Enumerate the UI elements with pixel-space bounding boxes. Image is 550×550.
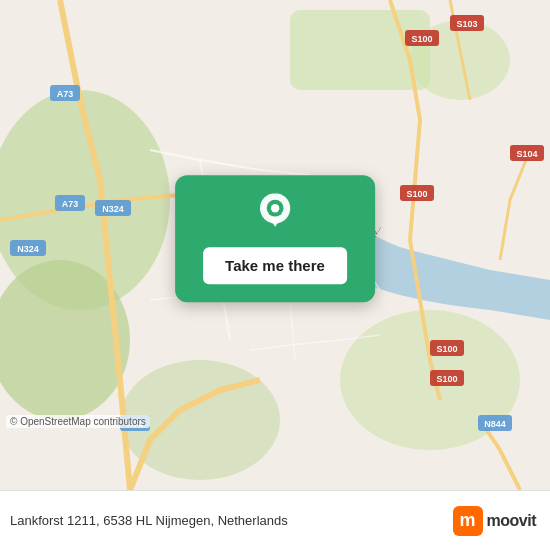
- svg-text:S100: S100: [406, 189, 427, 199]
- svg-text:S103: S103: [456, 19, 477, 29]
- svg-text:A73: A73: [57, 89, 74, 99]
- svg-text:S100: S100: [436, 374, 457, 384]
- osm-attribution: © OpenStreetMap contributors: [6, 415, 150, 428]
- address-text: Lankforst 1211, 6538 HL Nijmegen, Nether…: [10, 513, 453, 528]
- svg-text:N844: N844: [484, 419, 506, 429]
- moovit-logo: m moovit: [453, 506, 536, 536]
- moovit-m-icon: m: [453, 506, 483, 536]
- svg-text:N324: N324: [17, 244, 39, 254]
- location-card: Take me there: [175, 175, 375, 302]
- svg-text:S100: S100: [411, 34, 432, 44]
- location-pin-icon: [254, 193, 296, 235]
- bottom-bar: Lankforst 1211, 6538 HL Nijmegen, Nether…: [0, 490, 550, 550]
- map: A73 A73 A73 N324 N324 S100 S100 S100 S10…: [0, 0, 550, 490]
- svg-text:N324: N324: [102, 204, 124, 214]
- svg-text:S104: S104: [516, 149, 537, 159]
- moovit-logo-text: moovit: [487, 512, 536, 530]
- svg-text:S100: S100: [436, 344, 457, 354]
- svg-rect-3: [290, 10, 430, 90]
- svg-text:A73: A73: [62, 199, 79, 209]
- take-me-there-button[interactable]: Take me there: [203, 247, 347, 284]
- svg-point-34: [271, 204, 279, 212]
